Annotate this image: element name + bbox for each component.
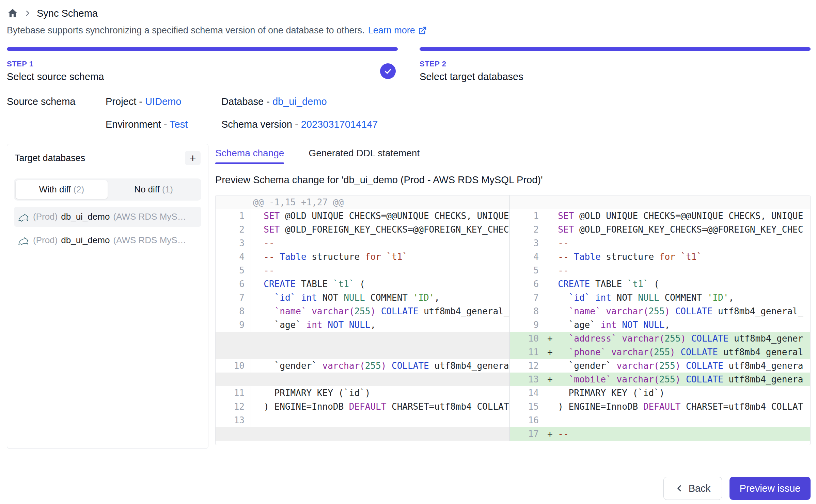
diff-code-right: -- Table structure for `t1` <box>545 250 810 264</box>
diff-line-number-right: 9 <box>510 318 545 332</box>
back-label: Back <box>689 483 710 494</box>
diff-code-left: -- <box>251 236 510 250</box>
diff-code-left: `id` int NOT NULL COMMENT 'ID', <box>251 291 510 304</box>
back-button[interactable]: Back <box>663 477 722 500</box>
diff-line-number-right: 16 <box>510 413 545 427</box>
db-environment: (Prod) <box>33 211 58 222</box>
diff-code-left: `age` int NOT NULL, <box>251 318 510 332</box>
diff-line-number-right: 10 <box>510 332 545 345</box>
target-database-item[interactable]: (Prod) db_ui_demo (AWS RDS MyS… <box>14 230 201 250</box>
step-2-label: STEP 2 <box>420 60 523 68</box>
diff-line-number-right: 15 <box>510 400 545 413</box>
diff-code-right: `gender` varchar(255) COLLATE utf8mb4_ge… <box>545 359 810 373</box>
diff-line-number-left <box>216 427 251 441</box>
diff-line-number-right: 14 <box>510 386 545 400</box>
diff-line-number-left: 3 <box>216 236 251 250</box>
page-description: Bytebase supports synchronizing a specif… <box>7 25 365 36</box>
diff-line-number-right: 2 <box>510 223 545 236</box>
diff-line-number-left <box>216 373 251 386</box>
diff-code-left: ) ENGINE=InnoDB DEFAULT CHARSET=utf8mb4 … <box>251 400 510 413</box>
diff-code-right <box>545 413 810 427</box>
page-title: Sync Schema <box>37 8 98 19</box>
db-environment: (Prod) <box>33 235 58 246</box>
diff-line-number-left: 7 <box>216 291 251 304</box>
diff-line-number-left <box>216 345 251 359</box>
diff-code-left: PRIMARY KEY (`id`) <box>251 386 510 400</box>
diff-code-right: ) ENGINE=InnoDB DEFAULT CHARSET=utf8mb4 … <box>545 400 810 413</box>
database-field: Database - db_ui_demo <box>221 96 378 107</box>
diff-line-number-left: 12 <box>216 400 251 413</box>
step-2: STEP 2 Select target databases <box>420 47 811 82</box>
diff-line-number-right: 1 <box>510 209 545 223</box>
learn-more-link[interactable]: Learn more <box>368 25 427 36</box>
diff-code-left: SET @OLD_FOREIGN_KEY_CHECKS=@@FOREIGN_KE… <box>251 223 510 236</box>
db-instance: (AWS RDS MyS… <box>113 235 186 246</box>
diff-code-left <box>251 373 510 386</box>
diff-code-right: -- <box>545 264 810 277</box>
preview-tabs: Schema change Generated DDL statement <box>215 144 811 164</box>
tab-schema-change[interactable]: Schema change <box>215 148 284 164</box>
diff-line-number-right: 17 <box>510 427 545 441</box>
source-schema-label: Source schema <box>7 96 106 130</box>
db-name: db_ui_demo <box>61 211 110 222</box>
diff-line-number-left: 10 <box>216 359 251 373</box>
diff-line-number-right: 7 <box>510 291 545 304</box>
diff-line-number-right: 11 <box>510 345 545 359</box>
diff-code-left <box>251 332 510 345</box>
diff-code-right: SET @OLD_FOREIGN_KEY_CHECKS=@@FOREIGN_KE… <box>545 223 810 236</box>
diff-code-right: + -- <box>545 427 810 441</box>
project-link[interactable]: UIDemo <box>145 96 181 107</box>
diff-filter-tab-with-diff[interactable]: With diff (2) <box>16 180 108 199</box>
learn-more-label: Learn more <box>368 25 415 36</box>
mysql-icon <box>18 212 30 222</box>
add-target-database-button[interactable]: + <box>185 151 201 165</box>
stepper: STEP 1 Select source schema STEP 2 Selec… <box>7 47 811 82</box>
diff-grid: @@ -1,15 +1,27 @@1 SET @OLD_UNIQUE_CHECK… <box>216 195 810 441</box>
step-1-bar <box>7 47 398 51</box>
step-2-bar <box>420 47 811 51</box>
diff-line-number-left <box>216 332 251 345</box>
schema-version-link[interactable]: 20230317014147 <box>301 119 378 130</box>
target-database-item[interactable]: (Prod) db_ui_demo (AWS RDS MyS… <box>14 207 201 227</box>
chevron-right-icon <box>24 10 31 17</box>
diff-code-left: -- <box>251 264 510 277</box>
tab-generated-ddl-statement[interactable]: Generated DDL statement <box>309 148 420 164</box>
diff-line-number-right: 4 <box>510 250 545 264</box>
target-databases-panel: Target databases + With diff (2)No diff … <box>7 144 208 449</box>
diff-code-left: -- Table structure for `t1` <box>251 250 510 264</box>
diff-line-number-left: 4 <box>216 250 251 264</box>
home-icon[interactable] <box>7 7 18 19</box>
db-instance: (AWS RDS MyS… <box>113 211 186 222</box>
diff-filter-segmented-control: With diff (2)No diff (1) <box>14 178 201 201</box>
db-name: db_ui_demo <box>61 235 110 246</box>
database-link[interactable]: db_ui_demo <box>272 96 327 107</box>
sync-schema-page: Sync Schema Bytebase supports synchroniz… <box>0 0 816 504</box>
diff-line-number-right: 8 <box>510 304 545 318</box>
source-schema-summary: Source schema Project - UIDemo Database … <box>7 96 811 130</box>
environment-link[interactable]: Test <box>170 119 188 130</box>
diff-line-number-right: 6 <box>510 277 545 291</box>
target-database-list: (Prod) db_ui_demo (AWS RDS MyS…(Prod) db… <box>14 207 201 250</box>
diff-line-number-left: 11 <box>216 386 251 400</box>
schema-diff-viewer[interactable]: @@ -1,15 +1,27 @@1 SET @OLD_UNIQUE_CHECK… <box>215 195 811 445</box>
diff-code-left <box>251 413 510 427</box>
diff-code-left: `gender` varchar(255) COLLATE utf8mb4_ge… <box>251 359 510 373</box>
diff-line-number-right: 3 <box>510 236 545 250</box>
step-1-title: Select source schema <box>7 71 104 82</box>
diff-line-number-right: 5 <box>510 264 545 277</box>
diff-filter-tab-no-diff[interactable]: No diff (1) <box>108 180 200 199</box>
diff-code-right: SET @OLD_UNIQUE_CHECKS=@@UNIQUE_CHECKS, … <box>545 209 810 223</box>
diff-line-number-left: 8 <box>216 304 251 318</box>
diff-line-number-left: 1 <box>216 209 251 223</box>
preview-issue-button[interactable]: Preview issue <box>729 477 811 500</box>
step-2-title: Select target databases <box>420 71 523 82</box>
step-1-label: STEP 1 <box>7 60 104 68</box>
chevron-left-icon <box>675 484 684 493</box>
diff-line-number-right: 13 <box>510 373 545 386</box>
mysql-icon <box>18 235 30 246</box>
preview-title: Preview Schema change for 'db_ui_demo (P… <box>215 174 811 186</box>
step-1-completed-check-icon <box>380 63 396 79</box>
diff-hunk-header: @@ -1,15 +1,27 @@ <box>251 195 510 209</box>
step-1: STEP 1 Select source schema <box>7 47 398 82</box>
diff-code-right: `id` int NOT NULL COMMENT 'ID', <box>545 291 810 304</box>
